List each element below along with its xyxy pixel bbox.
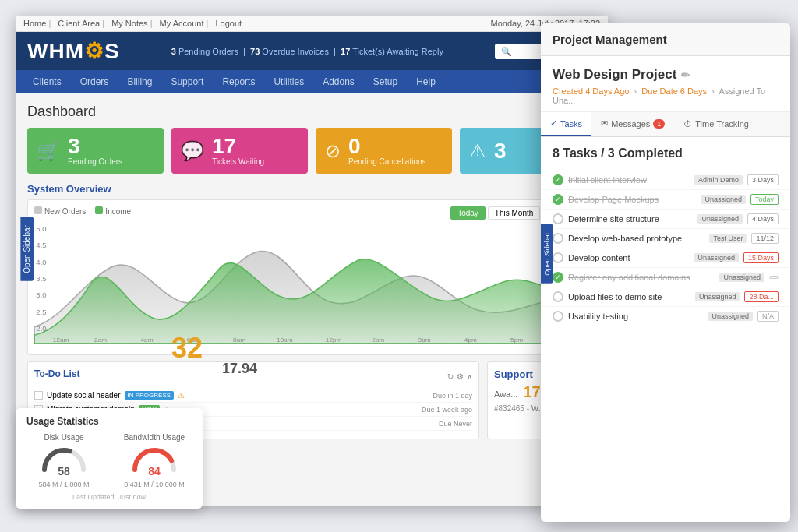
client-area-link[interactable]: Client Area (58, 19, 104, 28)
disk-sub: 584 M / 1,000 M (26, 481, 101, 488)
logout-link[interactable]: Logout (215, 19, 242, 28)
pm-tabs: ✓ Tasks ✉ Messages 1 ⏱ Time Tracking (541, 112, 790, 137)
task-name-3: Determine site structure (568, 214, 693, 224)
top-bar-links[interactable]: Home Client Area My Notes My Account Log… (23, 19, 246, 28)
system-overview-header: System Overview ↻ ⚙ ∧ (27, 183, 596, 195)
todo-settings-icon[interactable]: ⚙ (457, 372, 464, 381)
cart-icon: 🛒 (37, 140, 60, 162)
task-tag-7: Unassigned (695, 292, 740, 301)
todo-actions[interactable]: ↻ ⚙ ∧ (447, 372, 472, 381)
svg-text:2.5: 2.5 (36, 308, 46, 315)
messages-tab-label: Messages (611, 119, 650, 129)
cancellations-label: Pending Cancellations (348, 157, 426, 166)
nav-utilities[interactable]: Utilities (264, 70, 313, 93)
project-due: Due Date 6 Days (641, 86, 707, 96)
pm-panel: Open Sidebar Project Management Web Desi… (541, 23, 790, 522)
chart-svg: 5.0 4.5 4.0 3.5 3.0 2.5 2.0 30 26 22 18 … (34, 219, 589, 344)
nav-reports[interactable]: Reports (213, 70, 264, 93)
tab-time-tracking[interactable]: ⏱ Time Tracking (674, 112, 758, 136)
legend-income-dot (95, 206, 103, 214)
chart-btn-month[interactable]: This Month (488, 206, 540, 220)
svg-text:3pm: 3pm (418, 336, 431, 344)
open-sidebar-tab[interactable]: Open Sidebar (20, 217, 34, 281)
task-row-1: ✓ Initial client interview Admin Demo 3 … (541, 171, 790, 190)
edit-project-icon[interactable]: ✏ (681, 69, 690, 81)
nav-orders[interactable]: Orders (71, 70, 118, 93)
svg-text:8am: 8am (233, 336, 246, 344)
todo-collapse-icon[interactable]: ∧ (467, 372, 472, 381)
tab-messages[interactable]: ✉ Messages 1 (591, 112, 674, 136)
my-notes-link[interactable]: My Notes (111, 19, 152, 28)
legend-new-orders-dot (34, 206, 42, 214)
chart-btn-today[interactable]: Today (450, 206, 486, 220)
disk-value: 58 (58, 465, 70, 477)
nav-clients[interactable]: Clients (23, 70, 71, 93)
todo-refresh-icon[interactable]: ↻ (447, 372, 454, 381)
disk-usage-item: Disk Usage 58 584 M / 1,000 M (26, 433, 101, 488)
todo-item-1: Update social header IN PROGRESS ⚠ Due i… (34, 389, 472, 403)
nav-support[interactable]: Support (161, 70, 213, 93)
task-row-5: Develop content Unassigned 15 Days (541, 248, 790, 268)
todo-tag-1: IN PROGRESS (125, 391, 175, 400)
usage-card: Usage Statistics Disk Usage 58 584 M / 1… (16, 408, 203, 509)
nav-help[interactable]: Help (407, 70, 445, 93)
task-due-5: 15 Days (743, 252, 779, 263)
bandwidth-sub: 8,431 M / 10,000 M (117, 481, 192, 488)
awaiting-label: Awa... (494, 389, 517, 399)
svg-text:12pm: 12pm (326, 336, 342, 344)
task-check-1[interactable]: ✓ (553, 174, 563, 185)
task-check-4[interactable] (553, 233, 563, 244)
tab-tasks[interactable]: ✓ Tasks (541, 112, 591, 136)
svg-text:4pm: 4pm (464, 336, 478, 344)
task-due-3: 4 Days (747, 213, 779, 224)
alerts-number: 3 (494, 140, 507, 162)
cancel-icon: ⊘ (325, 140, 341, 162)
task-check-5[interactable] (553, 252, 563, 263)
disk-label: Disk Usage (26, 433, 101, 442)
svg-text:10am: 10am (277, 336, 293, 344)
task-row-2: ✓ Develop Page Mockups Unassigned Today (541, 190, 790, 210)
nav-addons[interactable]: Addons (313, 70, 364, 93)
svg-text:5pm: 5pm (510, 336, 524, 344)
svg-text:2am: 2am (94, 336, 108, 344)
usage-title: Usage Statistics (26, 416, 192, 427)
time-tracking-label: Time Tracking (695, 119, 749, 129)
task-check-2[interactable]: ✓ (553, 194, 563, 205)
messages-tab-icon: ✉ (601, 118, 608, 129)
svg-text:4am: 4am (140, 336, 154, 344)
task-check-6[interactable]: ✓ (553, 272, 563, 283)
stat-card-pending-orders[interactable]: 🛒 3 Pending Orders (27, 128, 164, 174)
task-due-6 (769, 276, 779, 279)
task-due-7: 28 Da... (744, 291, 779, 302)
message-icon: 💬 (181, 140, 204, 162)
content-area: Open Sidebar Dashboard ⚙ 🛒 3 Pending Ord… (16, 93, 608, 449)
task-check-7[interactable] (553, 291, 563, 302)
task-list: ✓ Initial client interview Admin Demo 3 … (541, 167, 790, 329)
svg-text:4.0: 4.0 (36, 259, 46, 266)
pm-open-sidebar-tab[interactable]: Open Sidebar (541, 224, 553, 284)
home-link[interactable]: Home (23, 19, 51, 28)
task-check-3[interactable] (553, 213, 563, 224)
nav-setup[interactable]: Setup (364, 70, 407, 93)
disk-gauge: 58 (41, 446, 87, 477)
tickets-label: Tickets Waiting (212, 157, 264, 166)
svg-text:12am: 12am (53, 336, 69, 344)
task-check-8[interactable] (553, 311, 563, 322)
project-name-text: Web Design Project (553, 67, 676, 83)
task-due-4: 11/12 (751, 233, 779, 244)
page-title: Dashboard (27, 104, 96, 120)
system-overview-title: System Overview (27, 183, 111, 195)
task-name-4: Develop web-based prototype (568, 234, 704, 243)
pending-orders-number: 3 (68, 136, 122, 157)
usage-row: Disk Usage 58 584 M / 1,000 M Bandwidth … (26, 433, 192, 488)
nav-billing[interactable]: Billing (118, 70, 161, 93)
stat-card-cancellations[interactable]: ⊘ 0 Pending Cancellations (316, 128, 452, 174)
todo-check-1[interactable] (34, 391, 43, 400)
header: WHM⚙S 3 Pending Orders | 73 Overdue Invo… (16, 32, 608, 70)
svg-text:4.5: 4.5 (36, 242, 46, 249)
task-tag-4: Test User (709, 234, 747, 243)
stat-card-tickets[interactable]: 💬 17 Tickets Waiting (171, 128, 308, 174)
my-account-link[interactable]: My Account (160, 19, 209, 28)
todo-alert-icon-1: ⚠ (178, 391, 185, 400)
system-overview-chart: New Orders Income Today This Month This … (27, 199, 596, 355)
